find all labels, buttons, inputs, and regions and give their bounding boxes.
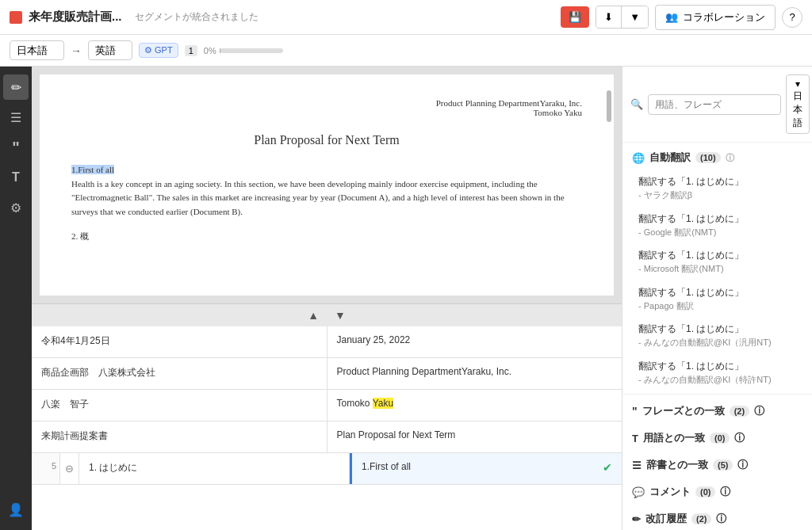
document-title: 来年度販売計画... [29,10,122,25]
save-button[interactable]: 💾 [561,6,589,28]
doc-body-text: Health is a key concept in an aging soci… [71,179,565,216]
target-cell[interactable]: Product Planning DepartmentYaraku, Inc. [327,358,622,389]
auto-trans-item-6[interactable]: 翻訳する「1. はじめに」 - みんなの自動翻訳@KI（特許NT) [622,354,812,391]
dict-match-section[interactable]: ☰ 辞書との一致 (5) ⓘ [622,452,812,479]
doc-header-line1: Product Planning DepartmentYaraku, Inc. [436,98,582,108]
table-row-active: 5 ⊖ 1. はじめに 1.First of all ✔ [32,453,622,485]
source-cell[interactable]: 八楽 智子 [32,390,327,421]
auto-trans-section-title: 🌐 自動翻訳 (10) ⓘ [622,143,812,170]
term-match-section[interactable]: T 用語との一致 (0) ⓘ [622,425,812,452]
left-sidebar: ✏ ☰ " T ⚙ 👤 [0,67,32,530]
doc-header-line2: Tomoko Yaku [533,108,582,117]
dict-icon: ☰ [632,459,642,471]
comment-count: (0) [695,486,715,498]
count-badge: 1 [185,45,197,56]
row-icon: ⊖ [60,453,79,484]
download-button[interactable]: ⬇ [596,6,622,28]
progress-bar-fill [220,48,221,53]
auto-trans-item-5[interactable]: 翻訳する「1. はじめに」 - みんなの自動翻訳@KI（汎用NT) [622,317,812,354]
info-icon: ⓘ [726,152,734,164]
revision-count: (2) [691,513,711,524]
info-icon-3: ⓘ [734,431,745,445]
help-button[interactable]: ? [782,7,802,28]
doc-body: 1.First of all Health is a key concept i… [71,163,582,244]
auto-trans-item-4[interactable]: 翻訳する「1. はじめに」 - Papago 翻訳 [622,280,812,318]
doc-scrollbar[interactable] [606,74,612,296]
row-number: 5 [32,453,60,484]
doc-preview-inner: Product Planning DepartmentYaraku, Inc. … [40,74,614,296]
lang-btn-label: 日本語 [793,90,802,128]
collab-icon: 👥 [665,11,678,23]
sidebar-item-quote[interactable]: " [3,135,29,160]
sidebar-item-edit[interactable]: ✏ [3,74,29,100]
phrase-match-section[interactable]: " フレーズとの一致 (2) ⓘ [622,398,812,425]
auto-trans-item-3[interactable]: 翻訳する「1. はじめに」 - Microsoft 翻訳(NMT) [622,243,812,280]
progress-bar-bg [220,48,283,53]
info-icon-4: ⓘ [737,458,748,472]
target-cell[interactable]: January 25, 2022 [327,326,622,357]
source-cell[interactable]: 来期計画提案書 [32,421,327,452]
check-icon: ✔ [603,461,612,474]
info-icon-2: ⓘ [754,404,764,418]
source-cell-last[interactable]: 1. はじめに [79,453,350,484]
collab-button[interactable]: 👥 コラボレーション [655,5,776,30]
target-lang-select[interactable]: 英語 [88,40,132,60]
nav-down-button[interactable]: ▼ [335,309,346,322]
table-row: 商品企画部 八楽株式会社 Product Planning Department… [32,358,622,390]
gpt-label: ⚙ GPT [144,45,173,55]
download-dropdown-button[interactable]: ▼ [622,6,648,28]
highlight-yaku: Yaku [373,398,393,409]
collab-label: コラボレーション [683,10,765,25]
gpt-badge: ⚙ GPT [139,43,178,58]
source-cell[interactable]: 令和4年1月25日 [32,326,327,357]
translation-table: 令和4年1月25日 January 25, 2022 商品企画部 八楽株式会社 … [32,326,622,530]
status-message: セグメントが統合されました [135,10,259,24]
revision-icon: ✏ [632,513,641,525]
search-input[interactable] [648,94,781,115]
toolbar-row: 日本語 → 英語 ⚙ GPT 1 0% [0,35,812,67]
progress-area: 0% [204,46,283,55]
center-panel: Product Planning DepartmentYaraku, Inc. … [32,67,622,530]
lang-arrow: → [71,44,82,57]
sidebar-item-user[interactable]: 👤 [3,497,29,522]
globe-icon: 🌐 [632,152,645,164]
info-icon-6: ⓘ [716,512,726,526]
dict-match-count: (5) [713,459,733,471]
target-cell[interactable]: Tomoko Yaku [327,390,622,421]
table-row: 八楽 智子 Tomoko Yaku [32,390,622,421]
right-sidebar: 🔍 ▾ 日本語 🌐 自動翻訳 (10) ⓘ 翻訳する「1. はじめに」 - ヤラ… [622,67,812,530]
search-row: 🔍 ▾ 日本語 [622,74,812,143]
source-lang-select[interactable]: 日本語 [10,40,64,60]
target-cell[interactable]: Plan Proposal for Next Term [327,421,622,452]
term-match-count: (0) [710,433,730,444]
sidebar-item-settings[interactable]: ⚙ [3,195,29,220]
chevron-down-icon: ▾ [795,78,800,90]
sidebar-item-document[interactable]: ☰ [3,105,29,130]
revision-section[interactable]: ✏ 改訂履歴 (2) ⓘ [622,505,812,530]
download-group: ⬇ ▼ [596,6,649,29]
doc-section2: 2. 概 [71,230,582,244]
divider-1 [622,394,812,395]
nav-up-button[interactable]: ▲ [308,309,319,322]
target-cell-last[interactable]: 1.First of all ✔ [350,453,622,484]
sidebar-item-font[interactable]: T [3,165,29,190]
auto-trans-item-2[interactable]: 翻訳する「1. はじめに」 - Google 翻訳(NMT) [622,207,812,244]
phrase-match-count: (2) [730,406,749,417]
source-cell[interactable]: 商品企画部 八楽株式会社 [32,358,327,389]
doc-scroll-thumb [607,90,611,122]
term-icon: T [632,433,638,444]
search-icon: 🔍 [630,98,643,110]
doc-icon [10,11,22,24]
topbar: 来年度販売計画... セグメントが統合されました 💾 ⬇ ▼ 👥 コラボレーショ… [0,0,812,35]
auto-trans-count: (10) [695,152,721,163]
doc-header: Product Planning DepartmentYaraku, Inc. … [71,98,582,117]
progress-pct: 0% [204,46,216,55]
lang-filter-button[interactable]: ▾ 日本語 [786,74,810,134]
comment-section[interactable]: 💬 コメント (0) ⓘ [622,479,812,505]
doc-preview-title: Plan Proposal for Next Term [71,133,582,147]
info-icon-5: ⓘ [720,485,730,499]
doc-preview: Product Planning DepartmentYaraku, Inc. … [32,67,622,304]
comment-icon: 💬 [632,486,645,498]
nav-arrows: ▲ ▼ [32,304,622,326]
auto-trans-item-1[interactable]: 翻訳する「1. はじめに」 - ヤラク翻訳β [622,170,812,207]
